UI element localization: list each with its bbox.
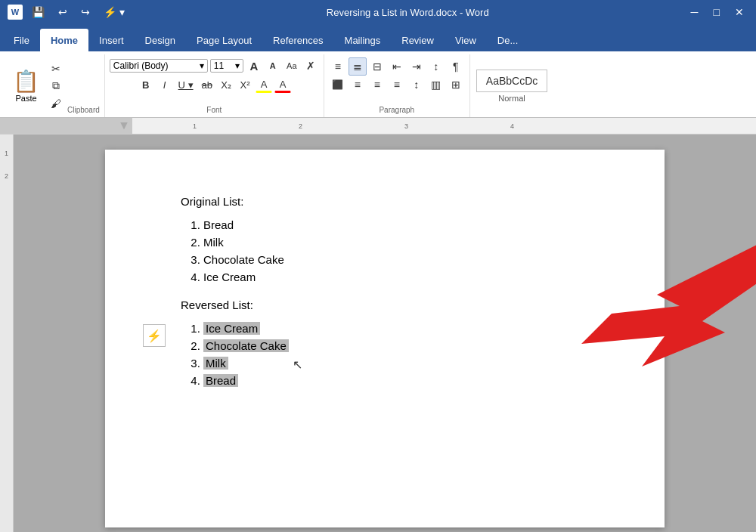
tab-developer[interactable]: De... bbox=[487, 29, 528, 51]
align-right-button[interactable]: ≡ bbox=[368, 76, 386, 94]
subscript-button[interactable]: X₂ bbox=[218, 76, 234, 93]
list-item: Bread bbox=[203, 218, 604, 231]
minimize-button[interactable]: ─ bbox=[686, 5, 703, 20]
clear-format-button[interactable]: ✗ bbox=[302, 57, 319, 74]
paste-label: Paste bbox=[15, 94, 36, 103]
increase-indent-button[interactable]: ⇥ bbox=[407, 57, 426, 76]
highlighted-text: Bread bbox=[203, 374, 238, 387]
cut-button[interactable]: ✂ bbox=[48, 60, 64, 76]
line-spacing-button[interactable]: ↕ bbox=[407, 76, 426, 94]
highlighted-text: Ice Cream bbox=[203, 322, 260, 335]
undo-button[interactable]: ↩ bbox=[54, 5, 72, 20]
clipboard-group-label: Clipboard bbox=[66, 57, 100, 114]
list-item: Ice Cream bbox=[203, 322, 604, 335]
quick-access-more-button[interactable]: ⚡ ▾ bbox=[99, 5, 129, 20]
reversed-list-section: Reversed List: ⚡ Ice Cream Chocolate Cak… bbox=[181, 298, 604, 387]
list-item: Milk bbox=[203, 236, 604, 249]
tab-view[interactable]: View bbox=[445, 29, 487, 51]
close-button[interactable]: ✕ bbox=[730, 5, 748, 20]
font-row2: B I U ▾ ab X₂ X² A A bbox=[138, 76, 291, 93]
paste-button[interactable]: 📋 Paste bbox=[6, 57, 46, 114]
underline-button[interactable]: U ▾ bbox=[175, 76, 197, 93]
format-painter-button[interactable]: 🖌 bbox=[48, 95, 64, 111]
paragraph-group-label: Paragraph bbox=[379, 106, 414, 114]
title-bar: W 💾 ↩ ↪ ⚡ ▾ Reversing a List in Word.doc… bbox=[0, 0, 756, 24]
paragraph-row2: ⬛ ≡ ≡ ≡ ↕ ▥ ⊞ bbox=[329, 76, 465, 94]
vertical-ruler: 1 2 bbox=[0, 135, 14, 532]
list-item: Milk bbox=[203, 357, 604, 370]
decrease-indent-button[interactable]: ⇤ bbox=[388, 57, 406, 76]
horizontal-ruler: 1 2 3 4 bbox=[0, 118, 756, 135]
superscript-button[interactable]: X² bbox=[237, 76, 253, 93]
save-button[interactable]: 💾 bbox=[27, 5, 49, 20]
ribbon-toolbar: 📋 Paste ✂ ⧉ 🖌 Clipboard Calibri (Body) ▾… bbox=[0, 51, 756, 118]
macro-icon: ⚡ bbox=[143, 324, 166, 347]
ribbon-tabs: File Home Insert Design Page Layout Refe… bbox=[0, 24, 756, 51]
style-name: Normal bbox=[498, 94, 525, 103]
tab-page-layout[interactable]: Page Layout bbox=[186, 29, 262, 51]
font-name-selector[interactable]: Calibri (Body) ▾ bbox=[110, 59, 208, 73]
svg-marker-1 bbox=[581, 230, 756, 367]
border-button[interactable]: ⊞ bbox=[447, 76, 465, 94]
multilevel-list-button[interactable]: ⊟ bbox=[368, 57, 386, 76]
tab-home[interactable]: Home bbox=[40, 29, 88, 51]
grow-font-button[interactable]: A bbox=[246, 57, 262, 74]
reversed-list: Ice Cream Chocolate Cake Milk Bread bbox=[181, 322, 604, 387]
font-row1: Calibri (Body) ▾ 11 ▾ A A Aa ✗ bbox=[110, 57, 319, 74]
window-controls: ─ □ ✕ bbox=[686, 5, 748, 20]
redo-button[interactable]: ↪ bbox=[76, 5, 94, 20]
word-icon: W bbox=[8, 5, 23, 20]
shading-button[interactable]: ▥ bbox=[427, 76, 445, 94]
paragraph-group: ≡ ≣ ⊟ ⇤ ⇥ ↕ ¶ ⬛ ≡ ≡ ≡ ↕ ▥ ⊞ Paragraph bbox=[324, 54, 470, 117]
highlighted-text: Milk bbox=[203, 357, 228, 370]
italic-button[interactable]: I bbox=[156, 76, 173, 93]
tab-mailings[interactable]: Mailings bbox=[334, 29, 392, 51]
original-list-section: Original List: Bread Milk Chocolate Cake… bbox=[181, 195, 604, 283]
restore-button[interactable]: □ bbox=[709, 5, 724, 20]
list-item: Chocolate Cake bbox=[203, 339, 604, 352]
font-group-label: Font bbox=[206, 106, 222, 114]
font-size-selector[interactable]: 11 ▾ bbox=[210, 59, 243, 73]
main-area: 1 2 Original List: Bread Milk Chocolate … bbox=[0, 135, 756, 532]
paste-icon: 📋 bbox=[13, 69, 39, 94]
change-case-button[interactable]: Aa bbox=[284, 57, 300, 74]
indent-marker[interactable] bbox=[120, 122, 128, 130]
page-container[interactable]: Original List: Bread Milk Chocolate Cake… bbox=[14, 135, 756, 532]
copy-button[interactable]: ⧉ bbox=[48, 78, 64, 94]
ruler-content: 1 2 3 4 bbox=[132, 118, 756, 135]
bold-button[interactable]: B bbox=[138, 76, 154, 93]
paragraph-row1: ≡ ≣ ⊟ ⇤ ⇥ ↕ ¶ bbox=[329, 57, 465, 76]
align-left-button[interactable]: ⬛ bbox=[329, 76, 347, 94]
document-page: Original List: Bread Milk Chocolate Cake… bbox=[105, 150, 665, 527]
clipboard-group: 📋 Paste ✂ ⧉ 🖌 Clipboard bbox=[2, 54, 105, 117]
font-group: Calibri (Body) ▾ 11 ▾ A A Aa ✗ B I U ▾ a… bbox=[105, 54, 324, 117]
numbered-list-button[interactable]: ≣ bbox=[349, 57, 367, 76]
document-title: Reversing a List in Word.docx - Word bbox=[327, 7, 489, 18]
text-highlight-button[interactable]: A bbox=[256, 76, 272, 93]
reversed-list-heading: Reversed List: bbox=[181, 298, 604, 311]
tab-insert[interactable]: Insert bbox=[88, 29, 135, 51]
styles-group: AaBbCcDc Normal bbox=[470, 54, 553, 117]
tab-design[interactable]: Design bbox=[135, 29, 186, 51]
ruler-left-margin bbox=[0, 118, 132, 135]
list-item: Chocolate Cake bbox=[203, 253, 604, 266]
text-cursor: ↖ bbox=[293, 357, 302, 372]
justify-button[interactable]: ≡ bbox=[388, 76, 406, 94]
sort-button[interactable]: ↕ bbox=[427, 57, 445, 76]
font-color-button[interactable]: A bbox=[274, 76, 291, 93]
list-item: Ice Cream bbox=[203, 271, 604, 283]
shrink-font-button[interactable]: A bbox=[265, 57, 281, 74]
tab-file[interactable]: File bbox=[3, 29, 40, 51]
strikethrough-button[interactable]: ab bbox=[199, 76, 215, 93]
clipboard-side-buttons: ✂ ⧉ 🖌 bbox=[46, 57, 66, 114]
original-list-heading: Original List: bbox=[181, 195, 604, 208]
tab-review[interactable]: Review bbox=[391, 29, 445, 51]
tab-references[interactable]: References bbox=[262, 29, 333, 51]
align-center-button[interactable]: ≡ bbox=[349, 76, 367, 94]
bullet-list-button[interactable]: ≡ bbox=[329, 57, 347, 76]
show-formatting-button[interactable]: ¶ bbox=[447, 57, 465, 76]
original-list: Bread Milk Chocolate Cake Ice Cream bbox=[181, 218, 604, 283]
style-sample[interactable]: AaBbCcDc bbox=[476, 70, 547, 92]
title-bar-left: W 💾 ↩ ↪ ⚡ ▾ bbox=[8, 5, 129, 20]
highlighted-text: Chocolate Cake bbox=[203, 339, 289, 352]
